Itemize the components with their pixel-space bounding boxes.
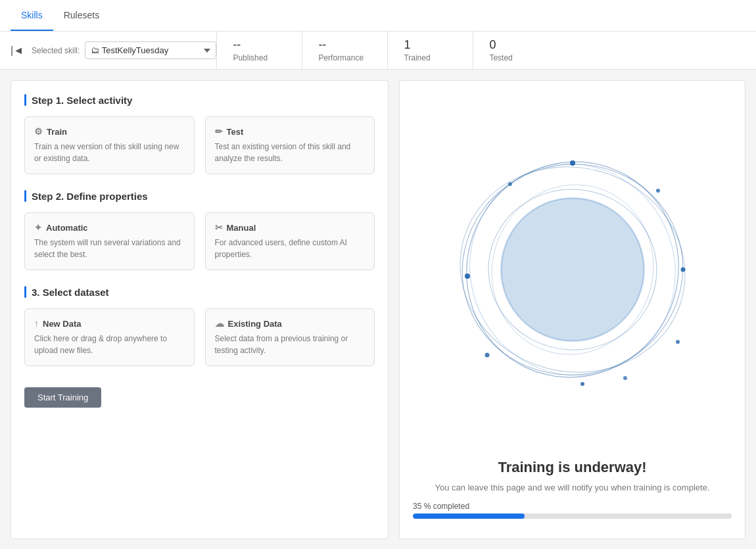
published-label: Published xyxy=(233,53,286,62)
test-icon: ✏ xyxy=(215,126,223,137)
train-icon: ⚙ xyxy=(34,126,43,137)
svg-point-14 xyxy=(676,340,680,344)
svg-point-9 xyxy=(680,268,685,272)
svg-point-13 xyxy=(656,189,660,193)
back-icon[interactable]: |◄ xyxy=(11,45,24,57)
card-new-data-title: ↑ New Data xyxy=(34,318,185,329)
card-train-title: ⚙ Train xyxy=(34,126,185,137)
step3-cards: ↑ New Data Click here or drag & drop any… xyxy=(24,308,375,366)
tested-value: 0 xyxy=(489,38,542,52)
card-existing-data[interactable]: ☁ Existing Data Select data from a previ… xyxy=(205,308,375,366)
card-train[interactable]: ⚙ Train Train a new version of this skil… xyxy=(24,116,195,174)
skill-label: Selected skill: xyxy=(32,46,80,55)
svg-point-8 xyxy=(570,160,575,166)
trained-label: Trained xyxy=(404,53,457,62)
training-status: Training is underway! You can leave this… xyxy=(413,459,732,526)
svg-point-16 xyxy=(623,376,627,380)
card-automatic-desc: The system will run several variations a… xyxy=(34,237,185,260)
progress-label: 35 % completed xyxy=(413,502,732,511)
manual-icon: ✂ xyxy=(215,222,223,233)
stat-published: -- Published xyxy=(216,32,302,69)
skill-dropdown[interactable]: 🗂 TestKellyTuesday xyxy=(85,41,216,59)
viz-container xyxy=(413,81,732,459)
performance-label: Performance xyxy=(318,53,371,62)
card-test-title: ✏ Test xyxy=(215,126,366,137)
automatic-icon: ✦ xyxy=(34,222,42,233)
top-nav: Skills Rulesets xyxy=(0,0,756,32)
step1-cards: ⚙ Train Train a new version of this skil… xyxy=(24,116,375,174)
card-existing-data-title: ☁ Existing Data xyxy=(215,318,366,329)
tab-skills[interactable]: Skills xyxy=(11,1,53,31)
tested-label: Tested xyxy=(489,53,542,62)
stat-trained: 1 Trained xyxy=(387,32,473,69)
left-panel: Step 1. Select activity ⚙ Train Train a … xyxy=(11,80,389,539)
svg-point-10 xyxy=(580,382,584,386)
svg-point-11 xyxy=(465,274,470,279)
card-manual-desc: For advanced users, define custom AI pro… xyxy=(215,237,366,260)
svg-point-6 xyxy=(500,197,645,342)
step3-title: 3. Select dataset xyxy=(24,286,375,298)
card-existing-data-desc: Select data from a previous training or … xyxy=(215,333,366,356)
stat-performance: -- Performance xyxy=(302,32,387,69)
progress-bar-background xyxy=(413,513,732,519)
step2-cards: ✦ Automatic The system will run several … xyxy=(24,212,375,270)
card-manual-title: ✂ Manual xyxy=(215,222,366,233)
training-title: Training is underway! xyxy=(413,459,732,476)
training-subtitle: You can leave this page and we will noti… xyxy=(413,481,732,494)
step1-title: Step 1. Select activity xyxy=(24,94,375,106)
step3-section: 3. Select dataset ↑ New Data Click here … xyxy=(24,286,375,366)
card-train-desc: Train a new version of this skill using … xyxy=(34,141,185,164)
cloud-icon: ☁ xyxy=(215,318,224,329)
card-test[interactable]: ✏ Test Test an existing version of this … xyxy=(205,116,375,174)
svg-point-12 xyxy=(484,353,489,358)
training-visualization xyxy=(454,151,691,388)
svg-point-15 xyxy=(508,182,512,186)
start-training-button[interactable]: Start Training xyxy=(24,387,101,408)
card-new-data-desc: Click here or drag & drop anywhere to up… xyxy=(34,333,185,356)
step2-section: Step 2. Define properties ✦ Automatic Th… xyxy=(24,190,375,270)
card-automatic-title: ✦ Automatic xyxy=(34,222,185,233)
skill-selector-container: |◄ Selected skill: 🗂 TestKellyTuesday xyxy=(11,34,216,67)
performance-value: -- xyxy=(318,38,371,52)
trained-value: 1 xyxy=(404,38,457,52)
main-content: Step 1. Select activity ⚙ Train Train a … xyxy=(0,70,756,549)
card-automatic[interactable]: ✦ Automatic The system will run several … xyxy=(24,212,195,270)
card-new-data[interactable]: ↑ New Data Click here or drag & drop any… xyxy=(24,308,195,366)
card-test-desc: Test an existing version of this skill a… xyxy=(215,141,366,164)
card-manual[interactable]: ✂ Manual For advanced users, define cust… xyxy=(205,212,375,270)
tab-rulesets[interactable]: Rulesets xyxy=(53,1,110,31)
stats-bar: |◄ Selected skill: 🗂 TestKellyTuesday --… xyxy=(0,32,756,70)
upload-icon: ↑ xyxy=(34,318,39,329)
progress-bar-fill xyxy=(413,513,525,519)
step2-title: Step 2. Define properties xyxy=(24,190,375,202)
step1-section: Step 1. Select activity ⚙ Train Train a … xyxy=(24,94,375,174)
right-panel: Training is underway! You can leave this… xyxy=(399,80,745,539)
stat-tested: 0 Tested xyxy=(473,32,558,69)
published-value: -- xyxy=(233,38,286,52)
